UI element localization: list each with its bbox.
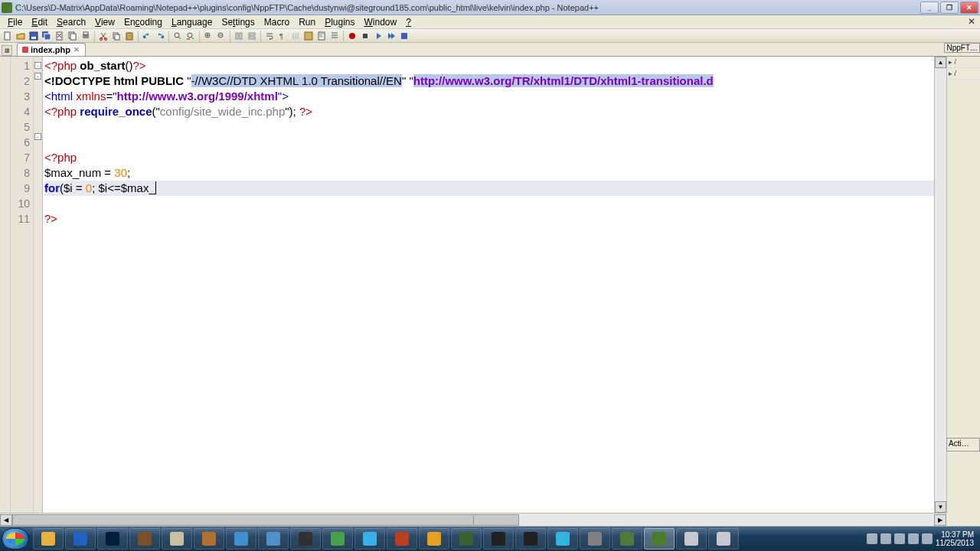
sync-h-icon[interactable] [246, 30, 258, 42]
taskbar-app-button[interactable] [419, 528, 449, 549]
fold-toggle-icon[interactable]: - [34, 73, 41, 80]
modified-indicator-icon [22, 47, 28, 53]
taskbar-app-button[interactable] [129, 528, 160, 549]
word-wrap-icon[interactable] [263, 30, 276, 42]
menu-edit[interactable]: Edit [27, 17, 52, 28]
close-file-icon[interactable] [54, 30, 66, 42]
tray-icon[interactable] [880, 533, 891, 544]
indent-guide-icon[interactable] [289, 30, 302, 42]
scroll-down-icon[interactable]: ▼ [935, 501, 946, 513]
sync-v-icon[interactable] [233, 30, 245, 42]
taskbar-app-button[interactable] [290, 528, 321, 549]
scroll-left-icon[interactable]: ◀ [0, 514, 12, 526]
menu-encoding[interactable]: Encoding [119, 17, 167, 28]
bookmark-gutter[interactable] [0, 57, 11, 513]
print-icon[interactable] [80, 30, 92, 42]
mdi-close-icon[interactable]: ✕ [968, 16, 975, 27]
macro-play-icon[interactable] [372, 30, 384, 42]
taskbar-app-button[interactable] [354, 528, 385, 549]
taskbar-clock[interactable]: 10:37 PM11/25/2013 [936, 530, 974, 547]
taskbar-app-button[interactable] [97, 528, 128, 549]
svg-rect-28 [363, 34, 368, 38]
taskbar-app-button[interactable] [258, 528, 289, 549]
zoom-in-icon[interactable] [202, 30, 214, 42]
tray-icon[interactable] [894, 533, 905, 544]
taskbar-app-button[interactable] [612, 528, 642, 549]
fold-toggle-icon[interactable]: - [34, 62, 41, 69]
menu-settings[interactable]: Settings [217, 17, 259, 28]
taskbar-app-button[interactable] [676, 528, 707, 549]
menu-window[interactable]: Window [360, 17, 402, 28]
ftp-tree-item[interactable]: ▸ / [947, 68, 980, 80]
paste-icon[interactable] [123, 30, 136, 42]
code-editor[interactable]: 1234567891011 - - - <?php ob_start()?> <… [0, 57, 946, 513]
tray-icon[interactable] [867, 533, 877, 544]
menu-search[interactable]: Search [52, 17, 90, 28]
tray-icon[interactable] [922, 533, 933, 544]
taskbar-app-button[interactable] [33, 528, 64, 549]
taskbar-app-button[interactable] [226, 528, 256, 549]
taskbar-app-button[interactable] [194, 528, 224, 549]
svg-rect-20 [236, 33, 238, 39]
vertical-scrollbar[interactable]: ▲ ▼ [934, 57, 946, 513]
ftp-tree-item[interactable]: ▸ / [947, 57, 980, 68]
taskbar-app-button[interactable] [162, 528, 192, 549]
scrollbar-track[interactable] [12, 514, 934, 526]
new-file-icon[interactable] [2, 30, 14, 42]
scroll-right-icon[interactable]: ▶ [934, 514, 946, 526]
find-icon[interactable] [172, 30, 184, 42]
show-chars-icon[interactable]: ¶ [276, 30, 289, 42]
lang-user-icon[interactable] [302, 30, 315, 42]
tray-icon[interactable] [908, 533, 919, 544]
zoom-out-icon[interactable] [215, 30, 227, 42]
menu-run[interactable]: Run [294, 17, 320, 28]
nppftp-panel-tab[interactable]: NppFT… [944, 43, 980, 53]
menu-file[interactable]: File [3, 17, 27, 28]
svg-rect-7 [70, 34, 76, 40]
taskbar-app-button[interactable] [483, 528, 514, 549]
redo-icon[interactable] [154, 30, 166, 42]
maximize-button[interactable]: ❐ [940, 2, 959, 14]
menu-help[interactable]: ? [401, 17, 416, 28]
taskbar-app-button[interactable] [322, 528, 353, 549]
close-all-icon[interactable] [67, 30, 79, 42]
cut-icon[interactable] [97, 30, 109, 42]
taskbar-app-button[interactable] [515, 528, 546, 549]
func-list-icon[interactable] [328, 30, 341, 42]
taskbar-app-button[interactable] [547, 528, 578, 549]
copy-icon[interactable] [110, 30, 122, 42]
taskbar-app-button[interactable] [65, 528, 96, 549]
macro-stop-icon[interactable] [359, 30, 371, 42]
save-all-icon[interactable] [41, 30, 53, 42]
scroll-up-icon[interactable]: ▲ [935, 57, 946, 68]
menu-macro[interactable]: Macro [260, 17, 294, 28]
doc-map-icon[interactable] [315, 30, 328, 42]
save-icon[interactable] [28, 30, 40, 42]
menu-plugins[interactable]: Plugins [320, 17, 359, 28]
taskbar-app-button[interactable] [580, 528, 610, 549]
horizontal-scrollbar[interactable]: ◀ ▶ [0, 513, 946, 526]
fold-gutter[interactable]: - - - [34, 57, 43, 513]
taskbar-app-button[interactable] [708, 528, 739, 549]
menu-language[interactable]: Language [167, 17, 217, 28]
taskbar-app-button[interactable] [451, 528, 482, 549]
macro-record-icon[interactable] [346, 30, 358, 42]
replace-icon[interactable] [185, 30, 197, 42]
tab-splitter-icon[interactable]: ⊞ [2, 45, 12, 56]
macro-save-icon[interactable] [398, 30, 410, 42]
taskbar-app-button[interactable] [387, 528, 417, 549]
scrollbar-thumb[interactable] [12, 514, 519, 526]
open-file-icon[interactable] [15, 30, 27, 42]
undo-icon[interactable] [141, 30, 153, 42]
minimize-button[interactable]: _ [920, 2, 939, 14]
tab-index-php[interactable]: index.php ✕ [17, 43, 86, 56]
menu-view[interactable]: View [90, 17, 119, 28]
code-text-area[interactable]: <?php ob_start()?> <!DOCTYPE html PUBLIC… [43, 57, 946, 513]
macro-multi-icon[interactable] [385, 30, 397, 42]
start-button[interactable] [2, 528, 29, 549]
tab-close-icon[interactable]: ✕ [73, 46, 80, 54]
fold-toggle-icon[interactable]: - [34, 133, 41, 140]
taskbar-app-button[interactable] [644, 528, 675, 549]
close-button[interactable]: ✕ [960, 2, 978, 14]
main-toolbar: ¶ [0, 29, 980, 43]
